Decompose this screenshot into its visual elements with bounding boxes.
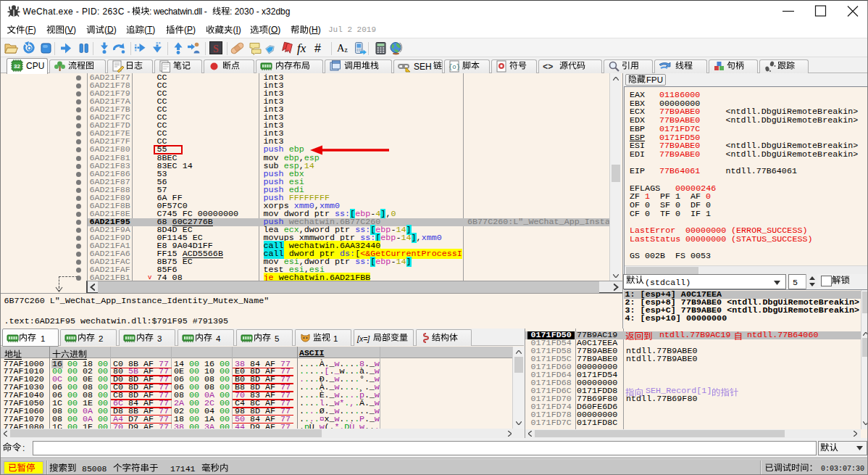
- svg-text:fx: fx: [297, 41, 306, 55]
- svg-text:32: 32: [14, 63, 20, 70]
- svg-text:z: z: [345, 46, 348, 54]
- svg-text:A: A: [337, 42, 345, 54]
- svg-text:{o}: {o}: [448, 64, 460, 71]
- svg-text:#: #: [314, 42, 321, 54]
- svg-text:S: S: [213, 44, 219, 54]
- svg-text:<>: <>: [543, 62, 553, 73]
